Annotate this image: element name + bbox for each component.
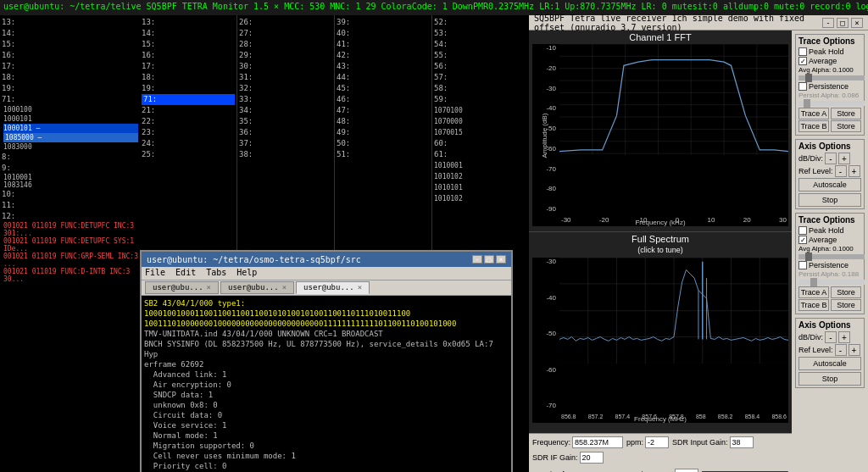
peak-hold-checkbox-bottom[interactable] [798,226,807,235]
ref-level-plus-top[interactable]: + [849,165,860,177]
db-div-plus-top[interactable]: + [838,153,850,164]
term-line: 30: [239,61,332,72]
popup-title-text: user@ubuntu: ~/tetra/osmo-tetra-sq5bpf/s… [147,255,361,264]
db-div-minus-bottom[interactable]: - [825,331,837,343]
persistence-checkbox-bottom[interactable] [798,261,807,269]
average-label-top: Average [809,57,837,65]
close-button[interactable]: × [851,18,863,28]
fft-y-label: Amplitude (dB) [541,113,548,158]
axis-options-bottom-title: Axis Options [798,320,861,330]
log-line-12: Normal mode: 1 [144,430,509,441]
term-line: 32: [239,83,332,94]
log-line-5: erframe 62692 [144,359,509,369]
average-label-bottom: Average [809,236,837,244]
trace-a-button-top[interactable]: Trace A [798,108,829,119]
term-line: 28: [239,39,332,50]
sdr-input-gain-input[interactable] [730,436,754,448]
trace-a-button-bottom[interactable]: Trace A [798,286,829,298]
peak-hold-label-bottom: Peak Hold [809,226,844,235]
popup-maximize[interactable]: □ [484,255,494,264]
persist-slider-bottom[interactable] [798,280,865,285]
persist-slider-top[interactable] [798,101,865,106]
tab-2[interactable]: user@ubu...× [220,281,294,294]
avg-alpha-slider-bottom[interactable] [798,254,865,259]
spectrum-plot[interactable]: Full Spectrum (click to tune) -30 -40 -5… [529,232,792,433]
axis-options-bottom: Axis Options dB/Div: - + Ref Level: - + … [795,318,865,388]
term-line: 21: [142,105,235,116]
maximize-button[interactable]: □ [837,18,849,28]
term-line: 29: [239,50,332,61]
term-line: 53: [434,28,527,39]
stop-button-bottom[interactable]: Stop [798,372,861,386]
term-line: 40: [337,28,430,39]
term-cell: 8: [2,152,27,163]
popup-minimize[interactable]: - [472,255,482,264]
trace-b-button-bottom[interactable]: Trace B [798,299,829,311]
store-a-button-top[interactable]: Store [831,108,861,119]
store-b-button-bottom[interactable]: Store [831,299,861,311]
term-line: 31: [239,72,332,83]
term-cell: 12: [2,211,27,222]
term-line: 16: [142,50,235,61]
term-line: 22: [142,116,235,127]
frequency-input[interactable] [572,436,623,448]
term-cell: 71: [2,94,27,105]
peak-hold-label-top: Peak Hold [809,47,844,56]
ppm-input[interactable] [645,436,669,448]
trace-options-bottom-title: Trace Options [798,215,861,225]
fine-tune-field: Fine Tune: [637,469,698,472]
log-line-13: Migration supported: 0 [144,441,509,451]
sdr-controls: Trace Options Peak Hold Average Avg Alph… [792,31,868,472]
stop-button-top[interactable]: Stop [798,193,861,207]
spectrum-canvas-area[interactable]: -30 -40 -50 -60 -70 [532,258,788,423]
term-line: 60: [434,138,527,149]
db-div-minus-top[interactable]: - [825,153,837,164]
sdr-titlebar: SQ5BPF Tetra live receiver 1ch simple de… [529,15,868,31]
ref-level-plus-bottom[interactable]: + [849,344,860,356]
sdr-if-gain-input[interactable] [580,452,604,464]
fine-tune-input[interactable] [675,469,698,472]
popup-close[interactable]: × [496,255,506,264]
menu-help[interactable]: Help [236,268,257,279]
store-b-button-top[interactable]: Store [831,120,861,132]
minimize-button[interactable]: - [822,18,834,28]
term-cell: 15: [2,39,27,50]
average-checkbox-top[interactable] [798,57,807,65]
term-line: 36: [239,127,332,138]
term-line: 39: [337,17,430,28]
autoscale-button-top[interactable]: Autoscale [798,178,861,192]
sdr-input-gain-label: SDR Input Gain: [672,438,728,447]
sdr-if-gain-label: SDR IF Gain: [532,453,578,462]
avg-alpha-slider-top[interactable] [798,75,865,81]
ref-level-minus-top[interactable]: - [835,165,847,177]
average-checkbox-bottom[interactable] [798,236,807,244]
spectrum-title: Full Spectrum (click to tune) [529,232,792,258]
ppm-label: ppm: [626,438,643,447]
db-div-plus-bottom[interactable]: + [838,331,850,343]
term-line: 42: [337,50,430,61]
persistence-checkbox-top[interactable] [798,82,807,91]
fft-svg [559,44,788,155]
menu-file[interactable]: File [145,268,165,279]
tab-3[interactable]: user@ubu...× [296,281,370,294]
store-a-button-bottom[interactable]: Store [831,286,861,298]
term-cell: 9: [2,163,27,174]
popup-window: user@ubuntu: ~/tetra/osmo-tetra-sq5bpf/s… [140,250,513,472]
peak-hold-checkbox-top[interactable] [798,47,807,56]
log-line-4: BNCH SYSINFO (DL 858237500 Hz, UL 878773… [144,339,509,359]
fft-canvas-area[interactable]: -10 -20 -30 -40 -50 -60 -70 -80 -90 [532,44,788,226]
term-cell: 10: [2,189,27,200]
topbar-text: user@ubuntu: ~/tetra/telive SQ5BPF TETRA… [3,2,868,11]
trace-options-top-title: Trace Options [798,36,861,46]
autoscale-button-bottom[interactable]: Autoscale [798,357,861,370]
trace-options-bottom: Trace Options Peak Hold Average Avg Alph… [795,213,865,314]
menu-tabs[interactable]: Tabs [206,268,226,279]
term-line: 41: [337,39,430,50]
ref-level-minus-bottom[interactable]: - [835,344,847,356]
menu-edit[interactable]: Edit [175,268,196,279]
term-line: 58: [434,83,527,94]
term-cell: 18: [2,72,27,83]
trace-b-button-top[interactable]: Trace B [798,120,829,132]
tab-1[interactable]: user@ubu...× [145,281,219,294]
term-line: 55: [434,50,527,61]
